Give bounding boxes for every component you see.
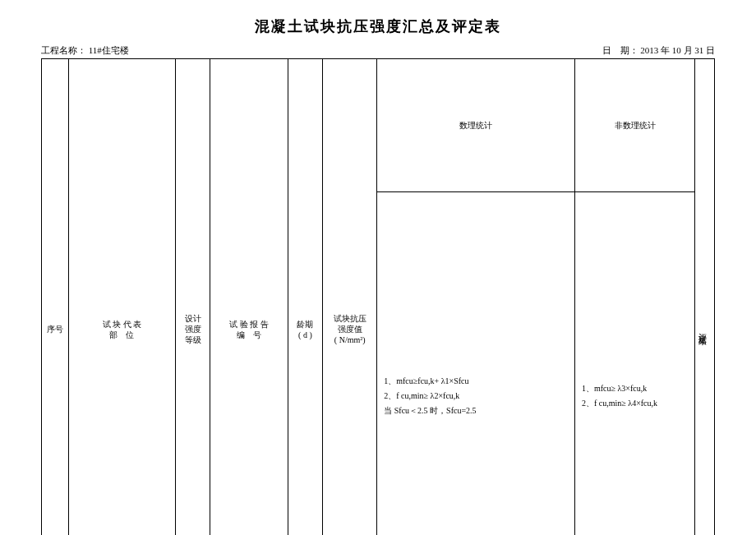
date-value: 2013 年 10 月 31 日 xyxy=(640,45,715,55)
h-report: 试 验 报 告 编 号 xyxy=(210,59,288,536)
h-math: 数理统计 xyxy=(377,59,575,192)
h-age: 龄期 ( d ) xyxy=(288,59,322,536)
h-result: 评定结果 xyxy=(695,59,715,536)
header-row-1: 序号 试 块 代 表 部 位 设计 强度 等级 试 验 报 告 编 号 龄期 (… xyxy=(42,59,715,192)
h-seq: 序号 xyxy=(42,59,69,536)
project-name: 11#住宅楼 xyxy=(89,45,129,55)
project-label: 工程名称： xyxy=(41,45,86,55)
formula-math: 1、mfcu≥fcu,k+ λ1×Sfcu 2、f cu,min≥ λ2×fcu… xyxy=(377,192,575,535)
h-nonmath: 非数理统计 xyxy=(574,59,694,192)
doc-title: 混凝土试块抗压强度汇总及评定表 xyxy=(41,16,715,36)
h-part: 试 块 代 表 部 位 xyxy=(69,59,176,536)
h-grade: 设计 强度 等级 xyxy=(175,59,210,536)
h-strength: 试块抗压 强度值 ( N/mm²) xyxy=(323,59,377,536)
date-label: 日 期： xyxy=(602,45,638,55)
formula-nonmath: 1、mfcu≥ λ3×fcu,k 2、f cu,min≥ λ4×fcu,k xyxy=(574,192,694,535)
main-table: 序号 试 块 代 表 部 位 设计 强度 等级 试 验 报 告 编 号 龄期 (… xyxy=(41,58,715,535)
header-row: 工程名称： 11#住宅楼 日 期： 2013 年 10 月 31 日 xyxy=(41,44,715,57)
